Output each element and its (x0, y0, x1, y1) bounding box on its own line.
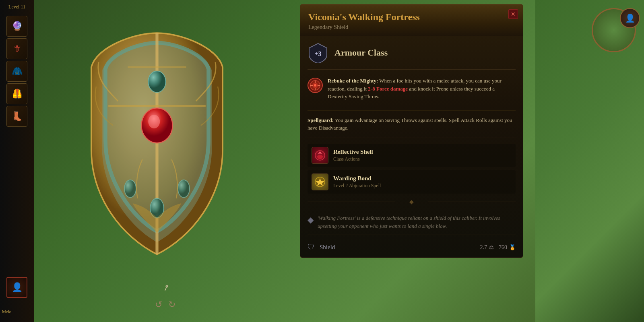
slot-3-icon: 🧥 (9, 64, 25, 79)
armour-class-row: +3 Armour Class (308, 42, 516, 70)
character-name-label: Melo (2, 309, 11, 314)
warding-bond-sub: Level 2 Abjuration Spell (333, 183, 512, 189)
svg-text:+3: +3 (314, 50, 321, 57)
panel-header: Viconia's Walking Fortress Legendary Shi… (300, 4, 523, 36)
gold-icon: 🏅 (509, 244, 516, 251)
lore-text: 'Walking Fortress' is a defensive techni… (318, 214, 516, 231)
shield-model (80, 28, 250, 278)
inventory-slot-4[interactable]: 🦺 (6, 83, 27, 104)
inventory-slot-3[interactable]: 🧥 (6, 61, 27, 82)
character-portrait-slot[interactable]: 👤 (6, 277, 27, 298)
svg-point-1 (148, 115, 160, 128)
shield-display-area: ↺ ↻ ↗ (34, 0, 296, 322)
level-display: Level 11 (8, 4, 25, 10)
item-info-panel: Viconia's Walking Fortress Legendary Shi… (300, 4, 523, 258)
rebuke-name: Rebuke of the Mighty: (328, 78, 378, 84)
spellguard-property: Spellguard: You gain Advantage on Saving… (308, 116, 516, 138)
svg-point-4 (178, 180, 190, 198)
rebuke-property: Rebuke of the Mighty: When a foe hits yo… (308, 77, 516, 111)
character-portrait-icon: 👤 (12, 282, 23, 293)
inventory-slot-5[interactable]: 👢 (6, 106, 27, 127)
item-name: Viconia's Walking Fortress (308, 12, 515, 23)
inventory-slot-1[interactable]: 🔮 (6, 16, 27, 37)
gold-value: 760 (499, 244, 507, 251)
item-type: Legendary Shield (308, 24, 515, 31)
svg-point-2 (148, 71, 166, 92)
warding-bond-info: Warding Bond Level 2 Abjuration Spell (333, 175, 512, 189)
slot-5-icon: 👢 (9, 109, 25, 124)
shield-type-icon: 🛡 (308, 243, 315, 252)
minimap-avatar: 👤 (620, 8, 640, 28)
svg-point-3 (124, 180, 136, 198)
reflective-shell-info: Reflective Shell Class Actions (333, 149, 512, 162)
lore-section: ◆ 'Walking Fortress' is a defensive tech… (308, 210, 516, 235)
cursor-indicator: ↗ (161, 280, 177, 295)
shield-type-label: Shield (320, 244, 475, 251)
right-panel: 👤 (535, 0, 644, 322)
spellguard-name: Spellguard: (308, 117, 334, 123)
slot-2-icon: 🗡 (9, 41, 25, 56)
lore-icon: ◆ (308, 215, 314, 231)
shield-svg (80, 28, 233, 262)
weight-stat: 2.7 ⚖ (480, 244, 494, 251)
warding-bond-name: Warding Bond (333, 175, 512, 182)
ac-shield-icon: +3 (308, 42, 328, 63)
force-damage: 2-8 Force damage (368, 86, 408, 92)
slot-4-icon: 🦺 (9, 86, 25, 101)
panel-body: +3 Armour Class (300, 36, 523, 258)
warding-bond-ability[interactable]: Warding Bond Level 2 Abjuration Spell (308, 170, 516, 194)
warding-bond-icon (312, 173, 328, 190)
weight-icon: ⚖ (489, 244, 494, 251)
reflective-shell-ability[interactable]: Reflective Shell Class Actions (308, 144, 516, 167)
gold-stat: 760 🏅 (499, 244, 516, 251)
reflective-shell-name: Reflective Shell (333, 149, 512, 155)
close-button[interactable]: ✕ (508, 9, 518, 19)
weight-value: 2.7 (480, 244, 487, 251)
rotate-right-button[interactable]: ↻ (168, 299, 175, 310)
left-sidebar: Level 11 🔮 🗡 🧥 🦺 👢 👤 Melo (0, 0, 34, 322)
armour-class-label: Armour Class (334, 47, 388, 58)
section-divider: ◆ (308, 198, 516, 205)
rebuke-icon (308, 78, 323, 93)
rebuke-row: Rebuke of the Mighty: When a foe hits yo… (308, 77, 516, 101)
footer-row: 🛡 Shield 2.7 ⚖ 760 🏅 (308, 240, 516, 252)
reflective-shell-icon (312, 147, 328, 164)
svg-point-9 (314, 84, 316, 87)
rotate-controls[interactable]: ↺ ↻ (155, 299, 175, 310)
slot-1-icon: 🔮 (9, 19, 25, 34)
rotate-left-button[interactable]: ↺ (155, 299, 162, 310)
reflective-shell-sub: Class Actions (333, 156, 512, 162)
rebuke-text: Rebuke of the Mighty: When a foe hits yo… (328, 77, 516, 101)
inventory-slot-2[interactable]: 🗡 (6, 38, 27, 59)
